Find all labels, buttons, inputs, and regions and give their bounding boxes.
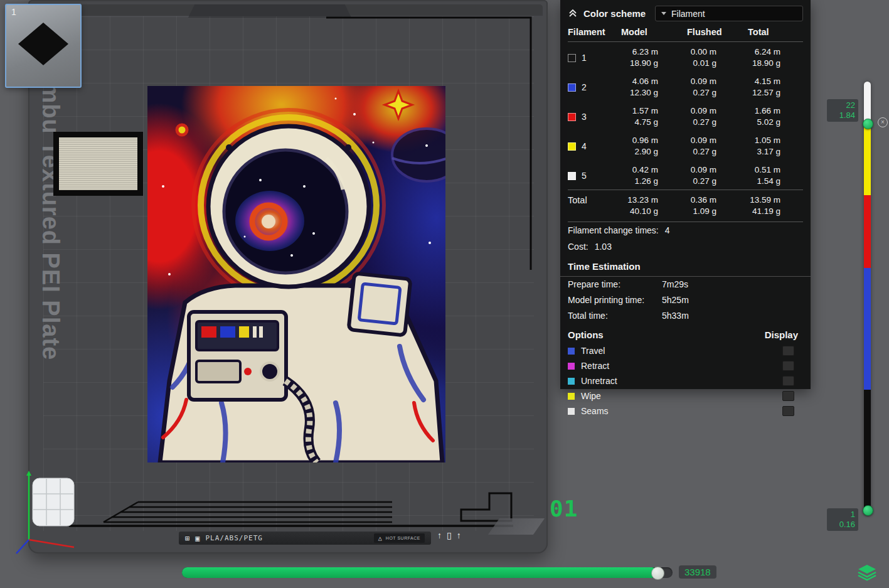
scheme-select-value: Filament (671, 9, 705, 19)
total-usage: 0.51 m1.54 g (748, 164, 803, 187)
plate-handle-tab (188, 4, 351, 18)
move-count-badge: 33918 (679, 565, 716, 579)
filament-color-swatch (568, 83, 576, 92)
option-display-toggle[interactable] (782, 346, 794, 356)
option-label: Wipe (581, 391, 601, 401)
slider-segment (864, 82, 871, 123)
plate-name-text: Bambu Textured PEI Plate (37, 50, 64, 360)
flushed-usage: 0.09 m0.27 g (687, 76, 748, 99)
filament-row: 3 1.57 m4.75 g 0.09 m0.27 g 1.66 m5.02 g (568, 101, 803, 131)
total-usage: 1.66 m5.02 g (748, 105, 803, 128)
progress-handle[interactable] (651, 567, 664, 580)
display-column-header: Display (765, 329, 798, 340)
filament-id: 2 (582, 82, 587, 93)
time-row: Prepare time:7m29s (560, 277, 811, 292)
totals-model: 13.23 m40.10 g (621, 195, 687, 217)
move-progress-slider[interactable] (182, 567, 673, 578)
slider-segment (864, 195, 871, 268)
eject-icon: ↑ (437, 530, 442, 540)
model-usage: 1.57 m4.75 g (621, 105, 687, 128)
option-label: Unretract (581, 376, 617, 386)
total-usage: 4.15 m12.57 g (748, 76, 803, 99)
slice-info-panel: Color scheme Filament Filament Model Flu… (560, 0, 811, 389)
hot-surface-label: HOT SURFACE (386, 536, 420, 540)
nozzle-grid-icon: ⊞ (185, 535, 190, 542)
layer-slider-top-handle[interactable] (863, 119, 873, 129)
layers-view-icon[interactable] (857, 563, 877, 583)
plate-texture-swatch (53, 132, 143, 196)
color-scheme-select[interactable]: Filament (655, 6, 803, 21)
filament-color-swatch (568, 54, 576, 62)
filament-color-swatch (568, 172, 576, 180)
layer-slider-bottom-label: 1 0.16 (827, 508, 858, 531)
option-display-toggle[interactable] (782, 391, 794, 401)
total-usage: 1.05 m3.17 g (748, 135, 803, 158)
slider-segment (864, 268, 871, 390)
flushed-usage: 0.09 m0.27 g (687, 164, 748, 187)
plate-thumbnail-number: 1 (11, 7, 16, 17)
option-color-swatch (568, 378, 575, 385)
option-display-toggle[interactable] (782, 376, 794, 386)
time-row: Total time:5h33m (560, 308, 811, 324)
layer-range-slider[interactable] (864, 82, 871, 515)
filament-id: 4 (582, 141, 587, 152)
totals-total: 13.59 m41.19 g (748, 195, 803, 217)
filament-id: 5 (582, 170, 587, 181)
plate-front-label-bar: ⊞ ▣ PLA/ABS/PETG △ HOT SURFACE (179, 532, 431, 545)
model-usage: 4.06 m12.30 g (621, 76, 687, 99)
filament-color-swatch (568, 113, 576, 121)
total-usage: 6.24 m18.90 g (748, 46, 803, 69)
slicer-preview-viewport: Bambu Textured PEI Plate (0, 0, 889, 588)
astronaut-illustration (147, 86, 445, 462)
filament-row: 5 0.42 m1.26 g 0.09 m0.27 g 0.51 m1.54 g (568, 160, 803, 190)
progress-fill (182, 567, 657, 578)
filament-id: 3 (582, 111, 587, 122)
layer-slider-track[interactable] (864, 82, 871, 515)
chevron-down-icon (661, 12, 666, 15)
totals-flushed: 0.36 m1.09 g (687, 195, 748, 217)
filament-usage-table: Filament Model Flushed Total 1 6.23 m18.… (560, 25, 811, 222)
door-icon: ▣ (195, 535, 200, 542)
option-display-toggle[interactable] (782, 361, 794, 371)
model-usage: 0.96 m2.90 g (621, 135, 687, 158)
sliced-model-artwork[interactable] (147, 86, 445, 462)
option-display-toggle[interactable] (782, 406, 794, 416)
layer-slider-top-label: 22 1.84 (827, 99, 858, 122)
flushed-usage: 0.00 m0.01 g (687, 46, 748, 69)
options-header: Options Display (560, 324, 811, 343)
hot-surface-badge: △ HOT SURFACE (374, 533, 425, 543)
plate-thumbnail[interactable]: 1 (5, 4, 82, 88)
filament-row: 2 4.06 m12.30 g 0.09 m0.27 g 4.15 m12.57… (568, 72, 803, 101)
option-label: Retract (581, 361, 609, 371)
build-plate[interactable]: Bambu Textured PEI Plate (28, 0, 548, 553)
option-row: Retract (560, 358, 811, 373)
filament-change-line: Filament change times:4 (560, 222, 811, 238)
panel-title: Color scheme (583, 8, 646, 19)
totals-label: Total (568, 195, 621, 217)
box-icon: ▯ (447, 530, 452, 540)
col-total: Total (748, 27, 803, 37)
panel-header: Color scheme Filament (560, 0, 811, 25)
option-row: Travel (560, 343, 811, 358)
col-flushed: Flushed (687, 27, 748, 37)
option-label: Travel (581, 346, 605, 356)
filament-table-header: Filament Model Flushed Total (568, 25, 803, 42)
filament-color-swatch (568, 142, 576, 151)
close-range-icon[interactable]: × (878, 117, 888, 127)
plate-edge-icons: ↑ ▯ ↑ (437, 530, 461, 540)
option-color-swatch (568, 363, 575, 370)
collapse-panel-icon[interactable] (568, 9, 578, 18)
option-color-swatch (568, 393, 575, 400)
slider-segment (864, 390, 871, 515)
col-filament: Filament (568, 27, 621, 37)
eject-icon: ↑ (457, 530, 461, 540)
totals-row: Total 13.23 m40.10 g 0.36 m1.09 g 13.59 … (568, 190, 803, 222)
warning-triangle-icon: △ (378, 535, 383, 542)
option-color-swatch (568, 348, 575, 355)
material-compatibility-label: PLA/ABS/PETG (205, 534, 262, 542)
layer-slider-bottom-handle[interactable] (863, 505, 873, 516)
model-usage: 6.23 m18.90 g (621, 46, 687, 69)
option-row: Unretract (560, 373, 811, 388)
model-usage: 0.42 m1.26 g (621, 164, 687, 187)
option-color-swatch (568, 408, 575, 415)
